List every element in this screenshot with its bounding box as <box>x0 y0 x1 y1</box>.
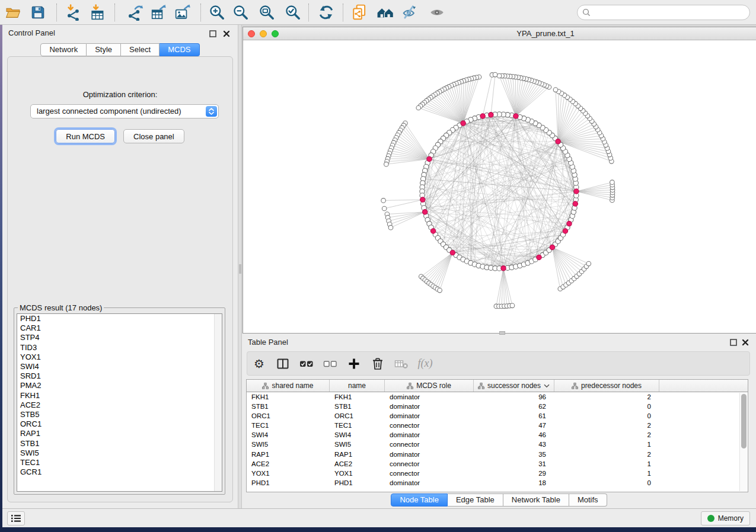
splitter-grip[interactable] <box>239 264 241 274</box>
table-row[interactable]: ACE2ACE2connector311 <box>247 459 748 469</box>
cell-mcds-role[interactable]: dominator <box>385 450 474 459</box>
cell-predecessor-nodes[interactable]: 1 <box>554 459 659 469</box>
cell-mcds-role[interactable]: dominator <box>385 411 474 421</box>
export-table-icon[interactable] <box>150 4 168 21</box>
cell-shared-name[interactable]: PHD1 <box>247 478 330 488</box>
tab-node-table[interactable]: Node Table <box>391 493 448 507</box>
cell-successor-nodes[interactable]: 18 <box>474 478 554 488</box>
cell-predecessor-nodes[interactable]: 2 <box>554 430 659 440</box>
result-list-item[interactable]: STB5 <box>17 410 222 419</box>
cell-shared-name[interactable]: YOX1 <box>247 469 330 478</box>
cell-name[interactable]: ORC1 <box>330 411 385 421</box>
export-network-icon[interactable] <box>126 4 144 21</box>
export-image-icon[interactable] <box>174 4 192 21</box>
column-header-successor-nodes[interactable]: successor nodes <box>474 380 554 392</box>
result-list-item[interactable]: FKH1 <box>17 391 222 400</box>
result-list-item[interactable]: CAR1 <box>17 323 222 333</box>
search-input[interactable] <box>577 5 750 20</box>
open-file-icon[interactable] <box>4 4 22 21</box>
result-list-item[interactable]: TEC1 <box>17 458 222 467</box>
select-all-checkboxes-icon[interactable] <box>295 357 318 370</box>
cell-name[interactable]: STB1 <box>330 402 385 411</box>
result-list-item[interactable]: STP4 <box>17 333 222 342</box>
first-neighbors-icon[interactable] <box>377 4 394 21</box>
cell-predecessor-nodes[interactable]: 2 <box>554 392 659 402</box>
table-row[interactable]: TEC1TEC1connector472 <box>247 421 748 430</box>
task-history-button[interactable] <box>7 511 25 525</box>
result-list-item[interactable]: YOX1 <box>17 352 222 362</box>
tab-edge-table[interactable]: Edge Table <box>448 493 503 507</box>
tab-motifs[interactable]: Motifs <box>569 493 607 507</box>
delete-table-icon[interactable] <box>390 357 413 370</box>
cell-shared-name[interactable]: SWI5 <box>247 440 330 449</box>
cell-name[interactable]: TEC1 <box>330 421 385 430</box>
column-header-mcds-role[interactable]: MCDS role <box>385 380 474 392</box>
table-row[interactable]: YOX1YOX1connector291 <box>247 469 748 478</box>
result-list-item[interactable]: PHD1 <box>17 314 222 323</box>
cell-predecessor-nodes[interactable]: 2 <box>554 421 659 430</box>
import-table-icon[interactable] <box>90 4 107 21</box>
table-scrollbar[interactable] <box>739 393 747 491</box>
delete-icon[interactable] <box>366 357 390 370</box>
close-panel-icon[interactable] <box>223 29 230 40</box>
save-session-icon[interactable] <box>29 4 47 21</box>
cell-mcds-role[interactable]: dominator <box>385 430 474 440</box>
zoom-selected-icon[interactable] <box>284 4 302 21</box>
result-list-item[interactable]: TID3 <box>17 343 222 352</box>
cell-successor-nodes[interactable]: 35 <box>474 450 554 459</box>
run-mcds-button[interactable]: Run MCDS <box>56 129 115 143</box>
table-row[interactable]: SWI5SWI5connector431 <box>247 440 748 449</box>
table-row[interactable]: ORC1ORC1dominator610 <box>247 411 748 421</box>
cell-shared-name[interactable]: ORC1 <box>247 411 330 421</box>
result-list-item[interactable]: SWI4 <box>17 362 222 371</box>
cell-predecessor-nodes[interactable]: 0 <box>554 411 659 421</box>
cell-mcds-role[interactable]: dominator <box>385 392 474 402</box>
function-builder-icon[interactable]: f(x) <box>413 357 437 370</box>
cell-shared-name[interactable]: ACE2 <box>247 459 330 469</box>
tab-network-table[interactable]: Network Table <box>503 493 569 507</box>
cell-name[interactable]: ACE2 <box>330 459 385 469</box>
zoom-out-icon[interactable] <box>232 4 250 21</box>
zoom-in-icon[interactable] <box>208 4 226 21</box>
cell-shared-name[interactable]: FKH1 <box>247 392 330 402</box>
result-list-scrollbar[interactable] <box>214 314 222 491</box>
cell-mcds-role[interactable]: dominator <box>385 478 474 488</box>
cell-shared-name[interactable]: SWI4 <box>247 430 330 440</box>
cell-mcds-role[interactable]: connector <box>385 440 474 449</box>
table-row[interactable]: SWI4SWI4dominator462 <box>247 430 748 440</box>
table-settings-icon[interactable]: ⚙ <box>247 358 271 370</box>
cell-predecessor-nodes[interactable]: 0 <box>554 402 659 411</box>
add-column-icon[interactable] <box>342 357 366 370</box>
cell-successor-nodes[interactable]: 62 <box>474 402 554 411</box>
show-all-icon[interactable] <box>428 4 446 21</box>
cell-name[interactable]: PHD1 <box>330 478 385 488</box>
split-view-icon[interactable] <box>271 357 295 370</box>
table-scrollbar-thumb[interactable] <box>741 394 747 448</box>
cell-mcds-role[interactable]: dominator <box>385 402 474 411</box>
tab-network[interactable]: Network <box>40 43 87 56</box>
close-panel-button[interactable]: Close panel <box>123 129 184 143</box>
network-canvas[interactable] <box>243 40 756 333</box>
cell-shared-name[interactable]: TEC1 <box>247 421 330 430</box>
panel-splitter-vertical[interactable] <box>238 25 242 508</box>
column-header-predecessor-nodes[interactable]: predecessor nodes <box>554 380 659 392</box>
cell-mcds-role[interactable]: connector <box>385 421 474 430</box>
table-row[interactable]: STB1STB1dominator620 <box>247 402 748 411</box>
close-table-panel-icon[interactable] <box>742 338 749 348</box>
cell-successor-nodes[interactable]: 61 <box>474 411 554 421</box>
cell-shared-name[interactable]: RAP1 <box>247 450 330 459</box>
cell-shared-name[interactable]: STB1 <box>247 402 330 411</box>
cell-name[interactable]: SWI5 <box>330 440 385 449</box>
result-list-item[interactable]: GCR1 <box>17 467 222 477</box>
tab-style[interactable]: Style <box>87 43 121 56</box>
refresh-layout-icon[interactable] <box>317 4 335 21</box>
cell-successor-nodes[interactable]: 46 <box>474 430 554 440</box>
cell-successor-nodes[interactable]: 43 <box>474 440 554 449</box>
float-panel-icon[interactable] <box>209 29 216 40</box>
result-list-item[interactable]: ORC1 <box>17 419 222 429</box>
cell-predecessor-nodes[interactable]: 0 <box>554 478 659 488</box>
deselect-all-checkboxes-icon[interactable] <box>318 357 342 370</box>
criterion-select[interactable]: largest connected component (undirected) <box>30 104 219 118</box>
new-network-from-selection-icon[interactable] <box>350 4 368 21</box>
tab-mcds[interactable]: MCDS <box>160 43 199 56</box>
